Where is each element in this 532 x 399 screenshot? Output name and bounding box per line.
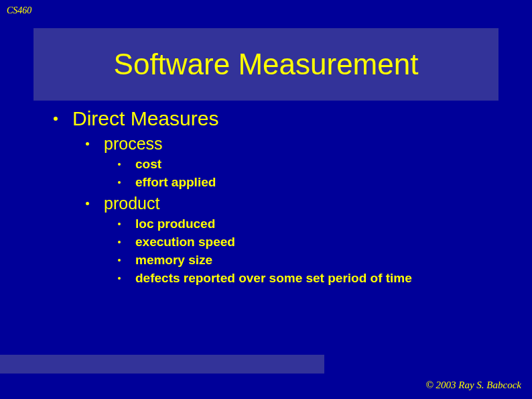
item-text: cost [135,157,161,171]
bullet-icon [86,202,89,205]
copyright-text: © 2003 Ray S. Babcock [425,380,521,391]
heading-text: Direct Measures [72,107,218,129]
list-item: defects reported over some set period of… [118,271,498,286]
slide-content: Direct Measures process cost effort appl… [34,107,498,286]
list-item: effort applied [118,175,498,190]
item-text: defects reported over some set period of… [135,271,412,285]
bullet-icon [118,277,121,280]
list-item: loc produced [118,217,498,231]
heading-direct-measures: Direct Measures [54,107,498,130]
subheading-text: product [104,194,159,213]
decorative-bar [0,355,324,374]
item-text: execution speed [135,235,235,249]
bullet-icon [118,241,121,243]
subheading-product: product [86,194,498,213]
bullet-icon [118,163,121,166]
item-text: loc produced [135,217,215,231]
bullet-icon [118,259,121,262]
subheading-text: process [104,134,163,153]
list-item: execution speed [118,235,498,249]
list-item: memory size [118,253,498,268]
subheading-process: process [86,134,498,154]
course-code: CS460 [7,5,31,16]
bullet-icon [86,142,89,146]
bullet-icon [118,223,121,225]
list-item: cost [118,157,498,172]
item-text: memory size [135,253,212,267]
title-banner: Software Measurement [34,28,498,101]
slide-title: Software Measurement [114,48,419,81]
bullet-icon [118,181,121,184]
item-text: effort applied [135,175,216,189]
bullet-icon [54,117,58,121]
